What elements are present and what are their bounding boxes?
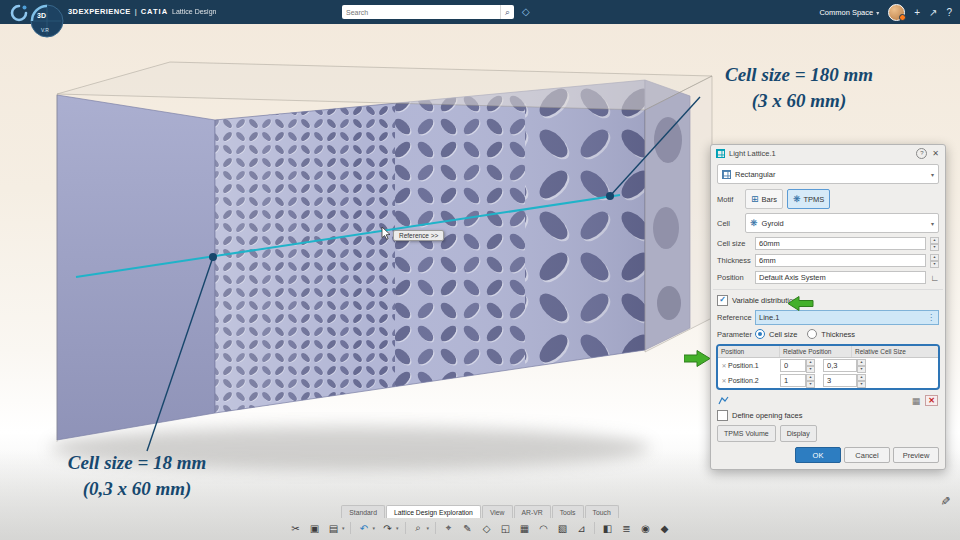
parameter-cell-size-radio[interactable] (755, 329, 765, 339)
measure-icon[interactable]: ⊿ (575, 523, 588, 534)
preview-button[interactable]: Preview (893, 447, 939, 463)
cell-size-stepper[interactable]: ▲▼ (930, 237, 939, 250)
cancel-button[interactable]: Cancel (844, 447, 890, 463)
clear-table-icon[interactable]: ✕ (925, 395, 938, 406)
lattice-model[interactable] (57, 60, 690, 440)
tpms-volume-button[interactable]: TPMS Volume (717, 425, 776, 442)
display-icon[interactable]: ◉ (639, 523, 652, 534)
reference-picker-icon[interactable]: ⋮ (927, 313, 935, 322)
app-title: 3DEXPERIENCE | CATIA Lattice Design (68, 7, 216, 16)
layers-icon[interactable]: ≣ (620, 523, 633, 534)
chevron-down-icon: ▾ (931, 220, 934, 227)
relative-cell-size-stepper[interactable]: ▲▼ (857, 359, 866, 372)
thickness-input[interactable] (755, 254, 926, 267)
variable-distribution-checkbox[interactable]: ✓ (717, 295, 728, 306)
dialog-close-icon[interactable]: ✕ (931, 149, 940, 158)
cell-size-input[interactable] (755, 237, 926, 250)
redo-icon[interactable]: ↷ (381, 523, 394, 534)
table-grid-icon[interactable]: ▦ (912, 396, 921, 406)
table-row[interactable]: ✕ Position.2 ▲▼ ▲▼ (718, 373, 938, 388)
relative-position-stepper[interactable]: ▲▼ (806, 374, 815, 387)
dropdown-chevron-icon[interactable]: ▾ (342, 525, 345, 531)
tpms-motif-icon: ❋ (793, 194, 801, 204)
toolbar-separator (594, 522, 595, 534)
dropdown-chevron-icon[interactable]: ▾ (396, 525, 399, 531)
axis-system-icon[interactable]: ∟ (930, 273, 939, 283)
table-row[interactable]: ✕ Position.1 ▲▼ ▲▼ (718, 358, 938, 373)
search-bar[interactable]: ⌕ (342, 5, 514, 19)
zoom-icon[interactable]: ⌕ (412, 522, 425, 534)
lattice-icon[interactable]: ▦ (518, 523, 531, 534)
copy-icon[interactable]: ▣ (308, 523, 321, 534)
toolbar-separator (405, 522, 406, 534)
user-avatar[interactable] (888, 4, 905, 21)
space-selector[interactable]: Common Space ▾ (819, 8, 879, 17)
reference-tooltip: Reference >> (393, 230, 444, 241)
relative-position-stepper[interactable]: ▲▼ (806, 359, 815, 372)
thickness-row: Thickness ▲▼ (717, 254, 939, 267)
ok-button[interactable]: OK (795, 447, 841, 463)
motif-bars-button[interactable]: ⊞ Bars (745, 189, 783, 209)
thickness-stepper[interactable]: ▲▼ (930, 254, 939, 267)
cell-size-label: Cell size (717, 239, 751, 248)
define-opening-faces-label: Define opening faces (732, 411, 802, 420)
tab-ar-vr[interactable]: AR-VR (514, 505, 551, 518)
dropdown-chevron-icon[interactable]: ▾ (427, 525, 430, 531)
cell-size-row: Cell size ▲▼ (717, 237, 939, 250)
parameter-cell-size-label: Cell size (769, 330, 797, 339)
relative-position-input[interactable] (780, 374, 806, 387)
pattern-type-dropdown[interactable]: Rectangular ▾ (717, 164, 939, 184)
parameter-thickness-radio[interactable] (807, 329, 817, 339)
distribution-curve-icon[interactable] (718, 395, 729, 406)
axis-system-icon[interactable]: ⌖ (442, 522, 455, 534)
tab-tools[interactable]: Tools (552, 505, 584, 518)
help-icon[interactable]: ? (946, 7, 952, 18)
annotation-endpoint-dot (209, 253, 217, 261)
tag-icon[interactable]: ◇ (522, 6, 530, 17)
search-input[interactable] (342, 9, 500, 16)
cut-icon[interactable]: ✂ (289, 523, 302, 534)
ribbon-tabs: Standard Lattice Design Exploration View… (0, 505, 960, 518)
isometric-view-icon[interactable]: ◆ (658, 523, 671, 534)
tab-lattice-design-exploration[interactable]: Lattice Design Exploration (386, 505, 481, 518)
relative-cell-size-input[interactable] (823, 374, 857, 387)
tab-touch[interactable]: Touch (585, 505, 619, 518)
add-button[interactable]: + (914, 7, 920, 18)
variable-distribution-row: ✓ Variable distribution (717, 295, 939, 306)
cell-type-dropdown[interactable]: ❋ Gyroid ▾ (745, 213, 939, 233)
search-icon[interactable]: ⌕ (500, 5, 514, 19)
reference-field[interactable]: Line.1 ⋮ (755, 310, 939, 325)
position-row: Position ∟ (717, 271, 939, 284)
relative-cell-size-stepper[interactable]: ▲▼ (857, 374, 866, 387)
thickness-label: Thickness (717, 256, 751, 265)
row-delete-icon[interactable]: ✕ (720, 362, 728, 369)
table-tools-row: ▦ ✕ (718, 395, 938, 406)
relative-position-input[interactable] (780, 359, 806, 372)
notification-badge (899, 14, 906, 21)
dialog-help-icon[interactable]: ? (916, 148, 927, 159)
share-icon[interactable]: ↗ (929, 7, 937, 18)
dropdown-chevron-icon[interactable]: ▾ (372, 525, 375, 531)
svg-text:3D: 3D (37, 12, 46, 19)
relative-cell-size-input[interactable] (823, 359, 857, 372)
pattern-icon[interactable]: ▧ (556, 523, 569, 534)
robot-compass[interactable]: 3D V.R (28, 2, 66, 42)
plane-icon[interactable]: ◇ (480, 523, 493, 534)
bars-motif-icon: ⊞ (751, 194, 759, 204)
position-input[interactable] (755, 271, 926, 284)
paste-icon[interactable]: ▤ (327, 523, 340, 534)
define-opening-faces-checkbox[interactable] (717, 410, 728, 421)
tab-standard[interactable]: Standard (341, 505, 385, 518)
extrude-icon[interactable]: ◱ (499, 523, 512, 534)
sketch-icon[interactable]: ✎ (461, 523, 474, 534)
row-delete-icon[interactable]: ✕ (720, 377, 728, 384)
tab-view[interactable]: View (482, 505, 513, 518)
dialog-title-bar[interactable]: Light Lattice.1 ? ✕ (711, 145, 945, 161)
undo-icon[interactable]: ↶ (357, 523, 370, 534)
fillet-icon[interactable]: ◠ (537, 523, 550, 534)
section-icon[interactable]: ◧ (601, 523, 614, 534)
display-button[interactable]: Display (780, 425, 817, 442)
annotation-cell-size-small: Cell size = 18 mm (0,3 x 60 mm) (28, 450, 246, 501)
motif-tpms-button[interactable]: ❋ TPMS (787, 189, 830, 209)
annotate-pencil-icon[interactable]: ✎ (938, 496, 952, 506)
